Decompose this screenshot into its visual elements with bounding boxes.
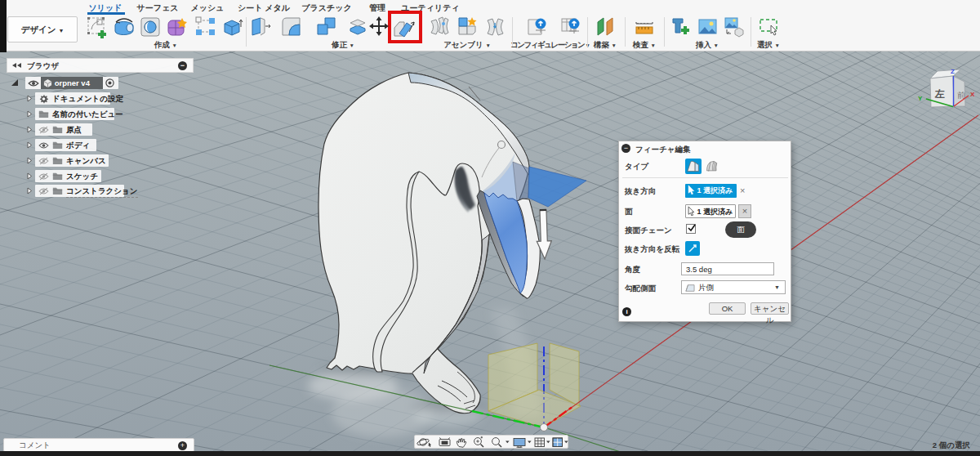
svg-text:Z: Z xyxy=(951,68,955,75)
svg-text:Y: Y xyxy=(918,95,923,102)
svg-text:X: X xyxy=(970,91,975,98)
svg-text:左: 左 xyxy=(934,88,945,100)
